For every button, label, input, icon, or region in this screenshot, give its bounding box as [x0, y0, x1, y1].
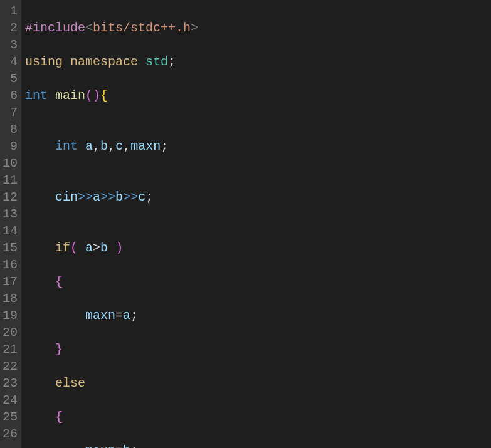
- indent: [25, 342, 55, 357]
- semicolon: ;: [161, 139, 168, 154]
- namespace-name: std: [145, 55, 168, 69]
- var-a: a: [93, 190, 100, 204]
- line-number: 19: [3, 307, 18, 324]
- stream-op: >>: [100, 190, 115, 204]
- semicolon: ;: [145, 190, 153, 204]
- brace-open: {: [55, 274, 63, 289]
- indent: [25, 241, 55, 255]
- space: [78, 241, 85, 255]
- op-gt: >: [93, 241, 100, 255]
- code-line: using namespace std;: [25, 53, 491, 70]
- code-line: }: [25, 341, 491, 358]
- line-number: 2: [3, 19, 18, 36]
- line-number: 20: [3, 324, 18, 341]
- code-area[interactable]: #include<bits/stdc++.h> using namespace …: [21, 0, 491, 448]
- var-maxn: maxn: [85, 308, 115, 323]
- line-number: 22: [3, 358, 18, 375]
- var-c: c: [115, 139, 123, 154]
- stream-op: >>: [78, 190, 93, 204]
- code-line: int a,b,c,maxn;: [25, 138, 491, 155]
- line-number: 1: [3, 3, 18, 19]
- var-b: b: [123, 444, 130, 448]
- code-line: maxn=b;: [25, 442, 491, 448]
- line-number: 12: [3, 189, 18, 206]
- op-assign: =: [115, 308, 123, 323]
- code-line: else: [25, 375, 491, 392]
- paren-close: ): [115, 241, 123, 255]
- semicolon: ;: [130, 444, 138, 448]
- keyword-using: using: [25, 55, 63, 69]
- line-number: 9: [3, 138, 18, 155]
- indent: [25, 410, 55, 424]
- code-line: maxn=a;: [25, 307, 491, 324]
- brace-close: }: [55, 342, 63, 357]
- line-number: 15: [3, 239, 18, 256]
- semicolon: ;: [130, 308, 138, 323]
- indent: [25, 376, 55, 390]
- line-number: 11: [3, 172, 18, 189]
- line-number: 5: [3, 70, 18, 87]
- line-number: 13: [3, 206, 18, 222]
- var-a: a: [123, 308, 130, 323]
- var-b: b: [100, 241, 108, 255]
- op-assign: =: [115, 444, 123, 448]
- angle-close: >: [191, 21, 198, 35]
- code-editor: 1 2 3 4 5 6 7 8 9 10 11 12 13 14 15 16 1…: [0, 0, 491, 448]
- code-line: cin>>a>>b>>c;: [25, 189, 491, 206]
- semicolon: ;: [168, 55, 176, 69]
- line-number-gutter: 1 2 3 4 5 6 7 8 9 10 11 12 13 14 15 16 1…: [0, 0, 21, 448]
- stream-op: >>: [123, 190, 138, 204]
- code-line: #include<bits/stdc++.h>: [25, 19, 491, 36]
- function-main: main: [55, 88, 85, 103]
- indent: [25, 308, 85, 323]
- indent: [25, 190, 55, 204]
- paren-close: ): [93, 88, 100, 103]
- line-number: 6: [3, 87, 18, 104]
- line-number: 17: [3, 273, 18, 290]
- keyword-if: if: [55, 241, 70, 255]
- var-b: b: [115, 190, 123, 204]
- line-number: 25: [3, 409, 18, 425]
- brace-open: {: [55, 410, 63, 424]
- var-c: c: [138, 190, 145, 204]
- indent: [25, 139, 55, 154]
- line-number: 21: [3, 341, 18, 358]
- code-line: if( a>b ): [25, 239, 491, 256]
- code-line: {: [25, 409, 491, 425]
- paren-open: (: [70, 241, 78, 255]
- keyword-namespace: namespace: [70, 55, 138, 69]
- type-int: int: [25, 88, 48, 103]
- type-int: int: [55, 139, 78, 154]
- angle-open: <: [85, 21, 93, 35]
- line-number: 14: [3, 222, 18, 239]
- brace-open: {: [100, 88, 108, 103]
- line-number: 4: [3, 53, 18, 70]
- line-number: 7: [3, 104, 18, 121]
- paren-open: (: [85, 88, 93, 103]
- cin: cin: [55, 190, 78, 204]
- indent: [25, 444, 85, 448]
- code-line: int main(){: [25, 87, 491, 104]
- comma: ,: [93, 139, 100, 154]
- line-number: 26: [3, 425, 18, 442]
- line-number: 24: [3, 392, 18, 409]
- var-maxn: maxn: [130, 139, 161, 154]
- line-number: 16: [3, 256, 18, 273]
- preprocessor: #include: [25, 21, 85, 35]
- var-a: a: [85, 241, 93, 255]
- line-number: 8: [3, 121, 18, 138]
- keyword-else: else: [55, 376, 85, 390]
- space: [108, 241, 115, 255]
- var-maxn: maxn: [85, 444, 115, 448]
- var-a: a: [85, 139, 93, 154]
- line-number: 10: [3, 155, 18, 172]
- var-b: b: [100, 139, 108, 154]
- comma: ,: [123, 139, 130, 154]
- line-number: 3: [3, 36, 18, 53]
- include-path: bits/stdc++.h: [93, 21, 191, 35]
- comma: ,: [108, 139, 115, 154]
- line-number: 23: [3, 375, 18, 392]
- indent: [25, 274, 55, 289]
- code-line: {: [25, 273, 491, 290]
- line-number: 18: [3, 290, 18, 307]
